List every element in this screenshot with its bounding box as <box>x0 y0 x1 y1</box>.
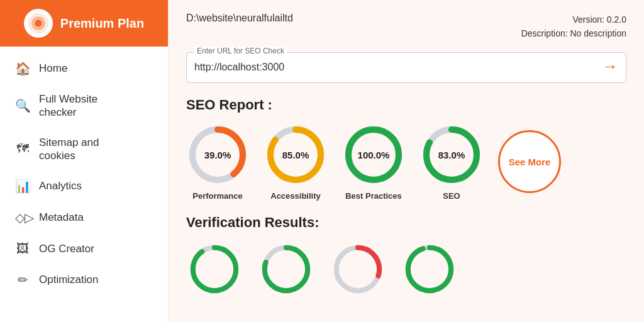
donut-container-best-practices: 100.0% <box>342 123 405 186</box>
url-input-wrapper: Enter URL for SEO Check → <box>186 52 626 83</box>
sidebar-nav: 🏠Home🔍Full Website checker🗺Sitemap and c… <box>0 47 168 322</box>
verification-title: Verification Results: <box>186 214 626 231</box>
donut-value-accessibility: 85.0% <box>282 149 309 160</box>
verif-gauge-v2 <box>258 241 314 297</box>
seo-gauge-best-practices: 100.0%Best Practices <box>342 123 405 201</box>
sidebar-item-sitemap-cookies[interactable]: 🗺Sitemap and cookies <box>0 128 168 171</box>
donut-label-best-practices: Best Practices <box>345 191 402 201</box>
optimization-icon: ✏ <box>15 272 30 287</box>
seo-gauges-row: 39.0%Performance85.0%Accessibility100.0%… <box>186 123 626 201</box>
donut-container-seo: 83.0% <box>420 123 483 186</box>
url-input-label: Enter URL for SEO Check <box>194 47 287 55</box>
sidebar-label-sitemap-cookies: Sitemap and cookies <box>39 136 99 163</box>
donut-value-seo: 83.0% <box>438 149 465 160</box>
sidebar-item-metadata[interactable]: ◇▷Metadata <box>0 202 168 233</box>
analytics-icon: 📊 <box>15 179 30 194</box>
top-bar: D:\website\neuralfulailtd Version: 0.2.0… <box>186 13 626 41</box>
donut-value-best-practices: 100.0% <box>358 149 390 160</box>
url-input[interactable] <box>194 59 602 73</box>
sidebar-label-og-creator: OG Creator <box>39 242 94 255</box>
sidebar-label-metadata: Metadata <box>39 211 84 224</box>
sidebar-plan-label: Premium Plan <box>60 16 144 31</box>
donut-container-accessibility: 85.0% <box>264 123 327 186</box>
sidebar-header: Premium Plan <box>0 0 168 47</box>
seo-report-title: SEO Report : <box>186 97 626 113</box>
sidebar-item-analytics[interactable]: 📊Analytics <box>0 170 168 202</box>
verif-gauge-v1 <box>186 241 243 297</box>
version-text: Version: 0.2.0 <box>521 13 626 26</box>
seo-gauge-seo: 83.0%SEO <box>420 123 483 201</box>
og-creator-icon: 🖼 <box>15 242 30 256</box>
sidebar-item-full-website-checker[interactable]: 🔍Full Website checker <box>0 84 168 128</box>
sidebar-label-optimization: Optimization <box>39 273 98 286</box>
metadata-icon: ◇▷ <box>15 210 30 225</box>
description-text: Description: No description <box>521 26 626 40</box>
url-submit-button[interactable]: → <box>602 57 618 76</box>
sidebar-label-full-website-checker: Full Website checker <box>39 92 97 119</box>
sitemap-cookies-icon: 🗺 <box>15 142 30 156</box>
main-content: D:\website\neuralfulailtd Version: 0.2.0… <box>169 0 644 322</box>
version-info: Version: 0.2.0 Description: No descripti… <box>521 13 626 41</box>
verif-gauge-v3 <box>330 241 386 297</box>
sidebar-item-og-creator[interactable]: 🖼OG Creator <box>0 233 168 264</box>
url-input-section: Enter URL for SEO Check → <box>186 52 626 83</box>
donut-label-performance: Performance <box>192 191 242 201</box>
sidebar-label-home: Home <box>39 62 67 75</box>
sidebar-item-home[interactable]: 🏠Home <box>0 53 168 84</box>
sidebar-item-optimization[interactable]: ✏Optimization <box>0 264 168 296</box>
sidebar-logo <box>24 9 53 38</box>
donut-label-seo: SEO <box>443 191 460 201</box>
sidebar-label-analytics: Analytics <box>39 179 82 192</box>
svg-point-12 <box>193 248 236 291</box>
verif-gauge-v4 <box>401 241 458 297</box>
donut-label-accessibility: Accessibility <box>270 191 321 201</box>
svg-point-2 <box>35 20 42 27</box>
sidebar: Premium Plan 🏠Home🔍Full Website checker🗺… <box>0 0 169 322</box>
see-more-button[interactable]: See More <box>498 130 561 193</box>
verification-gauges-row <box>186 241 626 297</box>
home-icon: 🏠 <box>15 61 30 76</box>
website-path: D:\website\neuralfulailtd <box>186 13 293 24</box>
donut-container-performance: 39.0% <box>186 123 249 186</box>
donut-value-performance: 39.0% <box>204 149 231 160</box>
full-website-checker-icon: 🔍 <box>15 98 30 113</box>
seo-gauge-accessibility: 85.0%Accessibility <box>264 123 327 201</box>
svg-point-18 <box>408 248 451 291</box>
seo-gauge-performance: 39.0%Performance <box>186 123 249 201</box>
